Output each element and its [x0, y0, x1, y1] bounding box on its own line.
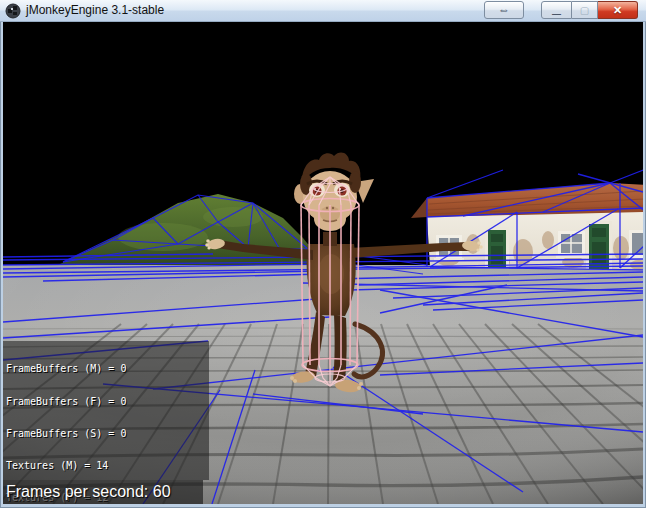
fps-counter: Frames per second: 60 — [3, 480, 203, 504]
window-title: jMonkeyEngine 3.1-stable — [26, 0, 164, 22]
physics-capsule-wireframe — [301, 177, 359, 386]
resize-toggle-button[interactable]: ⇔ — [484, 1, 524, 19]
stat-line: FrameBuffers (S) = 0 — [6, 429, 209, 440]
3d-viewport[interactable]: FrameBuffers (M) = 0 FrameBuffers (F) = … — [3, 22, 643, 504]
application-window: jMonkeyEngine 3.1-stable ⇔ — ▢ ✕ — [0, 0, 646, 508]
close-button[interactable]: ✕ — [598, 1, 638, 19]
farmhouse-door — [586, 221, 612, 269]
resize-horizontal-icon: ⇔ — [498, 3, 510, 17]
stat-line: FrameBuffers (M) = 0 — [6, 364, 209, 375]
maximize-button[interactable]: ▢ — [572, 1, 598, 19]
title-bar[interactable]: jMonkeyEngine 3.1-stable ⇔ — ▢ ✕ — [0, 0, 646, 22]
window-controls: — ▢ ✕ — [541, 1, 638, 19]
maximize-icon: ▢ — [580, 5, 589, 16]
app-logo-icon — [5, 3, 21, 19]
farmhouse-door — [485, 227, 509, 268]
statistics-panel: FrameBuffers (M) = 0 FrameBuffers (F) = … — [3, 341, 209, 480]
minimize-button[interactable]: — — [541, 1, 572, 19]
stat-line: Textures (M) = 14 — [6, 461, 209, 472]
minimize-icon: — — [552, 9, 561, 19]
close-icon: ✕ — [613, 4, 622, 16]
stat-line: FrameBuffers (F) = 0 — [6, 397, 209, 408]
